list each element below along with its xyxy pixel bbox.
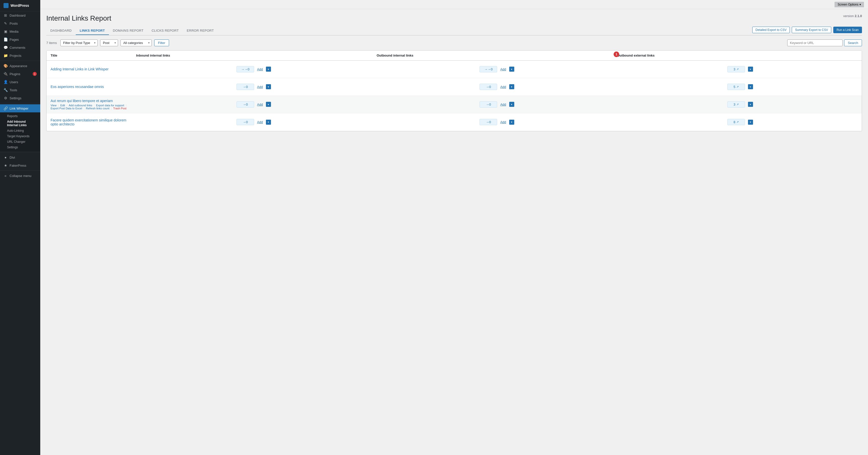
inbound-add-link[interactable]: Add xyxy=(257,67,263,71)
search-button[interactable]: Search xyxy=(844,39,862,46)
inbound-expand-button[interactable]: ▾ xyxy=(266,120,271,125)
outbound-add-link[interactable]: Add xyxy=(500,85,506,89)
row-action-export-excel[interactable]: Export Post Data to Excel xyxy=(51,107,82,110)
sidebar-item-media[interactable]: ▣ Media xyxy=(0,27,40,35)
search-area: Search xyxy=(787,39,862,46)
external-expand-button[interactable]: ▾ xyxy=(748,120,753,125)
outbound-count-box: →→0 xyxy=(479,66,497,72)
post-type-select[interactable]: Post Page xyxy=(100,39,118,46)
external-arrow-icon: ↗ xyxy=(736,85,739,89)
external-cell: 3 ↗ ▾ xyxy=(618,99,862,109)
external-expand-button[interactable]: ▾ xyxy=(748,84,753,89)
sidebar-item-tools[interactable]: 🔧 Tools xyxy=(0,86,40,94)
outbound-expand-button[interactable]: ▾ xyxy=(509,84,514,89)
inbound-add-link[interactable]: Add xyxy=(257,103,263,106)
table-row: Adding Internal Links in Link Whisper →→… xyxy=(46,61,862,78)
sidebar-item-label: Projects xyxy=(9,54,21,58)
external-arrow-icon: ↗ xyxy=(736,121,739,124)
detailed-export-button[interactable]: Detailed Export to CSV xyxy=(752,27,790,33)
summary-export-button[interactable]: Summary Export to CSV xyxy=(792,27,831,33)
sidebar-item-users[interactable]: 👤 Users xyxy=(0,78,40,86)
outbound-add-link[interactable]: Add xyxy=(500,120,506,124)
sidebar-item-divi[interactable]: ● Divi xyxy=(0,153,40,161)
outbound-count-box: →0 xyxy=(479,84,497,90)
row-title-cell: Eos asperiores recusandae omnis xyxy=(46,82,132,92)
sidebar-item-appearance[interactable]: 🎨 Appearance xyxy=(0,62,40,70)
settings-icon: ⚙ xyxy=(3,96,7,100)
external-cell: 5 ↗ ▾ xyxy=(618,82,862,92)
external-arrow-icon: ↗ xyxy=(736,68,739,71)
main-content: Screen Options ▾ Internal Links Report v… xyxy=(40,0,868,455)
media-icon: ▣ xyxy=(3,29,7,33)
inbound-add-link[interactable]: Add xyxy=(257,120,263,124)
row-action-edit[interactable]: Edit xyxy=(60,104,65,107)
outbound-add-link[interactable]: Add xyxy=(500,67,506,71)
page-header: Internal Links Report version 2.1.0 xyxy=(46,14,862,23)
tab-error-report[interactable]: ERROR REPORT xyxy=(183,27,218,35)
outbound-expand-button[interactable]: ▾ xyxy=(509,102,514,107)
row-title-cell: Adding Internal Links in Link Whisper xyxy=(46,64,132,74)
sidebar-item-plugins[interactable]: 🔌 Plugins 1 xyxy=(0,70,40,78)
sidebar-item-projects[interactable]: 📁 Projects xyxy=(0,52,40,60)
col-outbound: Outbound internal links 1 xyxy=(377,54,617,57)
sidebar-item-dashboard[interactable]: ⊞ Dashboard xyxy=(0,11,40,19)
search-input[interactable] xyxy=(787,39,843,46)
outbound-expand-button[interactable]: ▾ xyxy=(509,120,514,125)
submenu-url-changer[interactable]: URL Changer xyxy=(7,139,40,144)
row-action-view[interactable]: View xyxy=(51,104,57,107)
outbound-add-link[interactable]: Add xyxy=(500,103,506,106)
sidebar-item-label: Media xyxy=(9,30,19,33)
sidebar-item-label: Dashboard xyxy=(9,13,26,18)
table-header: Title Inbound internal links Outbound in… xyxy=(46,51,862,61)
users-icon: 👤 xyxy=(3,80,7,84)
sidebar-item-posts[interactable]: ✎ Posts xyxy=(0,19,40,27)
sidebar-item-fakerpress[interactable]: ★ FakerPress xyxy=(0,161,40,169)
col-inbound: Inbound internal links xyxy=(136,54,377,57)
row-action-add-outbound[interactable]: Add outbound links xyxy=(69,104,92,107)
row-action-refresh[interactable]: Refresh links count xyxy=(86,107,110,110)
submenu-add-inbound[interactable]: Add Inbound Internal Links xyxy=(7,119,40,128)
sidebar-item-pages[interactable]: 📄 Pages xyxy=(0,35,40,43)
external-count-box: 3 ↗ xyxy=(727,66,745,72)
inbound-count-box: →0 xyxy=(237,119,254,125)
sidebar-item-settings[interactable]: ⚙ Settings xyxy=(0,94,40,102)
inbound-count-box: →→0 xyxy=(237,66,254,72)
tab-clicks-report[interactable]: CLICKS REPORT xyxy=(148,27,183,35)
external-expand-button[interactable]: ▾ xyxy=(748,102,753,107)
tab-domains-report[interactable]: DOMAINS REPORT xyxy=(109,27,148,35)
row-action-trash[interactable]: Trash Post xyxy=(113,107,127,110)
run-scan-button[interactable]: Run a Link Scan xyxy=(833,27,862,33)
sidebar-item-collapse[interactable]: « Collapse menu xyxy=(0,172,40,180)
inbound-expand-button[interactable]: ▾ xyxy=(266,102,271,107)
sidebar-item-label: Plugins xyxy=(9,72,20,76)
link-whisper-submenu: Reports Add Inbound Internal Links Auto-… xyxy=(0,112,40,151)
row-title-link[interactable]: Eos asperiores recusandae omnis xyxy=(51,85,104,89)
row-action-export-support[interactable]: Export data for support xyxy=(96,104,124,107)
external-arrow-icon: ↗ xyxy=(736,103,739,106)
row-title-link[interactable]: Adding Internal Links in Link Whisper xyxy=(51,67,108,71)
category-select[interactable]: All categories Uncategorized xyxy=(121,39,152,46)
outbound-count-box: →0 xyxy=(479,101,497,107)
row-title-link[interactable]: Facere quidem exercitationem similique d… xyxy=(51,118,126,126)
sidebar-item-comments[interactable]: 💬 Comments xyxy=(0,43,40,52)
collapse-icon: « xyxy=(3,174,7,178)
submenu-target-keywords[interactable]: Target Keywords xyxy=(7,133,40,139)
inbound-add-link[interactable]: Add xyxy=(257,85,263,89)
screen-options-button[interactable]: Screen Options ▾ xyxy=(835,2,864,7)
inbound-expand-button[interactable]: ▾ xyxy=(266,84,271,89)
tab-links-report[interactable]: LINKS REPORT xyxy=(76,27,109,35)
row-title-cell: Aut rerum qui libero tempore et aperiam … xyxy=(46,96,132,113)
external-expand-button[interactable]: ▾ xyxy=(748,67,753,72)
tab-dashboard[interactable]: DASHBOARD xyxy=(46,27,76,35)
sidebar-item-label: FakerPress xyxy=(9,164,26,167)
inbound-expand-button[interactable]: ▾ xyxy=(266,67,271,72)
submenu-reports[interactable]: Reports xyxy=(7,113,40,119)
row-title-link[interactable]: Aut rerum qui libero tempore et aperiam xyxy=(51,99,113,103)
outbound-expand-button[interactable]: ▾ xyxy=(509,67,514,72)
submenu-settings[interactable]: Settings xyxy=(7,144,40,150)
filter-type-select[interactable]: Filter by Post Type Post Page xyxy=(60,39,98,46)
filter-button[interactable]: Filter xyxy=(154,39,169,46)
submenu-auto-linking[interactable]: Auto-Linking xyxy=(7,128,40,133)
topbar: Screen Options ▾ xyxy=(40,0,868,9)
sidebar-item-link-whisper[interactable]: 🔗 Link Whisper xyxy=(0,104,40,112)
